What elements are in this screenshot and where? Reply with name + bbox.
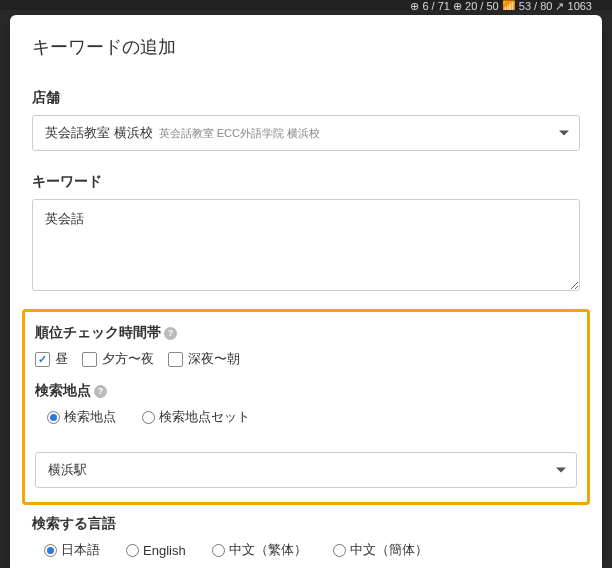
searchpoint-option-single[interactable]: 検索地点: [47, 408, 116, 426]
store-label: 店舗: [32, 89, 580, 107]
modal-title: キーワードの追加: [32, 35, 580, 59]
help-icon[interactable]: ?: [94, 385, 107, 398]
radio-icon: [47, 411, 60, 424]
searchpoint-label-text: 検索地点: [35, 382, 91, 400]
checkbox-icon: [35, 352, 50, 367]
store-selected-primary: 英会話教室 横浜校: [45, 124, 153, 142]
checktime-option-label: 夕方〜夜: [102, 350, 154, 368]
radio-label: 日本語: [61, 541, 100, 559]
store-selected-secondary: 英会話教室 ECC外語学院 横浜校: [159, 126, 320, 141]
radio-label: 中文（簡体）: [350, 541, 428, 559]
radio-icon: [142, 411, 155, 424]
top-stats-text: ⊕ 6 / 71 ⊕ 20 / 50 📶 53 / 80 ↗ 1063: [410, 0, 592, 10]
radio-icon: [126, 544, 139, 557]
checktime-label: 順位チェック時間帯 ?: [35, 324, 577, 342]
help-icon[interactable]: ?: [164, 327, 177, 340]
searchlang-option-zh-tw[interactable]: 中文（繁体）: [212, 541, 307, 559]
searchpoint-option-set[interactable]: 検索地点セット: [142, 408, 250, 426]
keyword-textarea[interactable]: [32, 199, 580, 291]
radio-label: 中文（繁体）: [229, 541, 307, 559]
keyword-label: キーワード: [32, 173, 580, 191]
checktime-option-latenight[interactable]: 深夜〜朝: [168, 350, 240, 368]
radio-label: 検索地点: [64, 408, 116, 426]
checktime-option-evening[interactable]: 夕方〜夜: [82, 350, 154, 368]
searchpoint-select[interactable]: 横浜駅: [35, 452, 577, 488]
top-stats-bar: ⊕ 6 / 71 ⊕ 20 / 50 📶 53 / 80 ↗ 1063: [0, 0, 612, 10]
caret-down-icon: [559, 131, 569, 136]
searchlang-option-zh-cn[interactable]: 中文（簡体）: [333, 541, 428, 559]
highlight-box: 順位チェック時間帯 ? 昼 夕方〜夜 深夜〜朝 検索地点 ?: [22, 309, 590, 505]
checktime-row: 昼 夕方〜夜 深夜〜朝: [35, 350, 577, 368]
searchpoint-label: 検索地点 ?: [35, 382, 577, 400]
searchlang-option-ja[interactable]: 日本語: [44, 541, 100, 559]
caret-down-icon: [556, 468, 566, 473]
searchpoint-radio-row: 検索地点 検索地点セット: [47, 408, 577, 426]
store-select[interactable]: 英会話教室 横浜校 英会話教室 ECC外語学院 横浜校: [32, 115, 580, 151]
radio-icon: [333, 544, 346, 557]
checktime-label-text: 順位チェック時間帯: [35, 324, 161, 342]
radio-icon: [44, 544, 57, 557]
radio-label: 検索地点セット: [159, 408, 250, 426]
searchlang-option-en[interactable]: English: [126, 543, 186, 558]
checktime-option-noon[interactable]: 昼: [35, 350, 68, 368]
searchpoint-selected: 横浜駅: [48, 461, 87, 479]
searchlang-label: 検索する言語: [32, 515, 580, 533]
searchlang-radio-row: 日本語 English 中文（繁体） 中文（簡体）: [44, 541, 580, 559]
checktime-option-label: 深夜〜朝: [188, 350, 240, 368]
checkbox-icon: [82, 352, 97, 367]
radio-label: English: [143, 543, 186, 558]
add-keyword-modal: キーワードの追加 店舗 英会話教室 横浜校 英会話教室 ECC外語学院 横浜校 …: [10, 15, 602, 568]
checkbox-icon: [168, 352, 183, 367]
radio-icon: [212, 544, 225, 557]
checktime-option-label: 昼: [55, 350, 68, 368]
